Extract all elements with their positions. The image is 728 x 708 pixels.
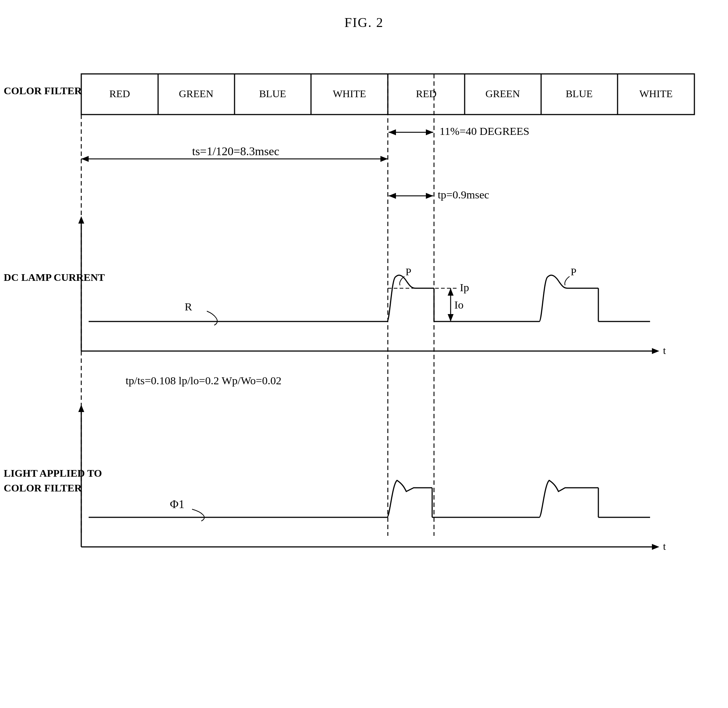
cell-white-1: WHITE (333, 88, 366, 99)
cell-green-2: GREEN (485, 88, 520, 99)
svg-marker-35 (78, 405, 84, 412)
cell-red-1: RED (109, 88, 130, 99)
formula-label: tp/ts=0.108 lp/lo=0.2 Wp/Wo=0.02 (126, 374, 281, 386)
dc-t-label: t (663, 345, 666, 356)
light-t-label: t (663, 541, 666, 552)
tp-label: tp=0.9msec (438, 189, 489, 201)
cell-red-2: RED (416, 88, 437, 99)
cell-blue-1: BLUE (259, 88, 286, 99)
r-label: R (185, 300, 192, 313)
svg-marker-19 (426, 193, 433, 199)
svg-marker-13 (381, 156, 388, 162)
p1-label: P (405, 266, 411, 277)
color-filter-label: COLOR FILTER (4, 85, 82, 96)
svg-marker-33 (448, 288, 454, 296)
cell-white-2: WHITE (639, 88, 673, 99)
io-label: Io (454, 299, 463, 311)
main-diagram: RED GREEN BLUE WHITE RED GREEN BLUE WHIT… (0, 0, 728, 708)
ip-label: Ip (460, 281, 469, 293)
svg-marker-23 (652, 348, 659, 354)
phi1-label: Φ1 (170, 498, 184, 511)
cell-blue-2: BLUE (566, 88, 592, 99)
light-label-2: COLOR FILTER (4, 482, 82, 494)
degrees-label: 11%=40 DEGREES (440, 125, 529, 137)
svg-marker-18 (389, 193, 396, 199)
svg-marker-16 (426, 129, 433, 135)
svg-marker-37 (652, 544, 659, 550)
svg-marker-21 (78, 216, 84, 223)
dc-lamp-label: DC LAMP CURRENT (4, 271, 105, 283)
ts-label: ts=1/120=8.3msec (192, 145, 279, 158)
svg-marker-15 (389, 129, 396, 135)
p2-label: P (571, 266, 576, 277)
cell-green-1: GREEN (179, 88, 213, 99)
svg-marker-32 (448, 314, 454, 322)
svg-marker-12 (81, 156, 89, 162)
light-label-1: LIGHT APPLIED TO (4, 467, 102, 479)
